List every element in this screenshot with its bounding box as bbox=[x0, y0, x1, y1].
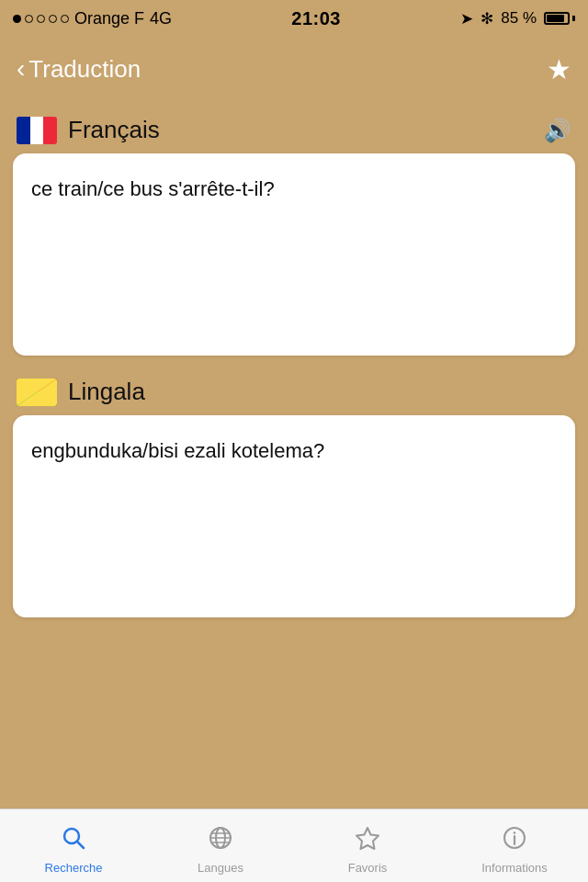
status-right: ➤ ✻ 85 % bbox=[460, 9, 575, 28]
tab-bar: Recherche Langues Favoris bbox=[0, 808, 588, 882]
battery-label: 85 % bbox=[501, 9, 537, 28]
svg-point-0 bbox=[64, 829, 79, 843]
dot-3 bbox=[37, 15, 45, 23]
target-translation-text: engbunduka/bisi ezali kotelema? bbox=[31, 439, 324, 462]
globe-icon bbox=[208, 825, 233, 857]
svg-marker-7 bbox=[356, 828, 379, 849]
star-icon bbox=[355, 825, 380, 857]
dot-5 bbox=[61, 15, 69, 23]
source-lang-name: Français bbox=[68, 116, 160, 144]
tab-recherche-label: Recherche bbox=[45, 861, 103, 875]
dot-1 bbox=[13, 15, 21, 23]
source-lang-header-left: Français bbox=[17, 116, 160, 144]
battery-indicator bbox=[544, 12, 575, 25]
source-translation-text: ce train/ce bus s'arrête-t-il? bbox=[31, 177, 275, 200]
status-left: Orange F 4G bbox=[13, 9, 172, 28]
location-icon: ➤ bbox=[460, 9, 473, 28]
bluetooth-icon: ✻ bbox=[481, 9, 493, 28]
tab-favoris-label: Favoris bbox=[348, 861, 388, 875]
dot-2 bbox=[25, 15, 33, 23]
tab-recherche[interactable]: Recherche bbox=[0, 818, 147, 875]
main-content: Français 🔊 ce train/ce bus s'arrête-t-il… bbox=[0, 101, 588, 808]
nav-title: Traduction bbox=[28, 55, 141, 84]
target-translation-card: engbunduka/bisi ezali kotelema? bbox=[13, 415, 575, 617]
flag-blue-stripe bbox=[17, 117, 30, 144]
source-translation-card: ce train/ce bus s'arrête-t-il? bbox=[13, 153, 575, 356]
flag-red-stripe bbox=[43, 117, 57, 144]
svg-point-10 bbox=[514, 831, 516, 834]
flag-white-stripe bbox=[30, 117, 44, 144]
favorite-star-button[interactable]: ★ bbox=[547, 53, 571, 85]
tab-favoris[interactable]: Favoris bbox=[294, 818, 441, 875]
carrier-label: Orange F bbox=[74, 9, 144, 28]
tab-langues[interactable]: Langues bbox=[147, 818, 294, 875]
tab-langues-label: Langues bbox=[198, 861, 243, 875]
flag-yellow-diag2 bbox=[17, 379, 57, 406]
target-lang-name: Lingala bbox=[68, 378, 145, 406]
target-lang-header: Lingala bbox=[13, 378, 575, 406]
tab-informations[interactable]: Informations bbox=[441, 818, 588, 875]
nav-bar: ‹ Traduction ★ bbox=[0, 37, 588, 101]
french-flag bbox=[17, 117, 57, 144]
back-button[interactable]: ‹ Traduction bbox=[17, 54, 141, 84]
source-speaker-button[interactable]: 🔊 bbox=[544, 118, 571, 143]
network-label: 4G bbox=[150, 9, 172, 28]
target-language-section: Lingala engbunduka/bisi ezali kotelema? bbox=[13, 378, 575, 617]
dot-4 bbox=[49, 15, 57, 23]
svg-line-1 bbox=[78, 842, 85, 848]
congo-flag bbox=[17, 379, 57, 406]
tab-informations-label: Informations bbox=[481, 861, 548, 875]
status-bar: Orange F 4G 21:03 ➤ ✻ 85 % bbox=[0, 0, 588, 37]
source-language-section: Français 🔊 ce train/ce bus s'arrête-t-il… bbox=[13, 116, 575, 356]
time-label: 21:03 bbox=[291, 8, 341, 29]
source-lang-header: Français 🔊 bbox=[13, 116, 575, 144]
back-arrow-icon: ‹ bbox=[17, 54, 25, 84]
search-icon bbox=[61, 825, 86, 857]
info-icon bbox=[502, 825, 527, 857]
signal-dots bbox=[13, 15, 69, 23]
target-lang-header-left: Lingala bbox=[17, 378, 145, 406]
